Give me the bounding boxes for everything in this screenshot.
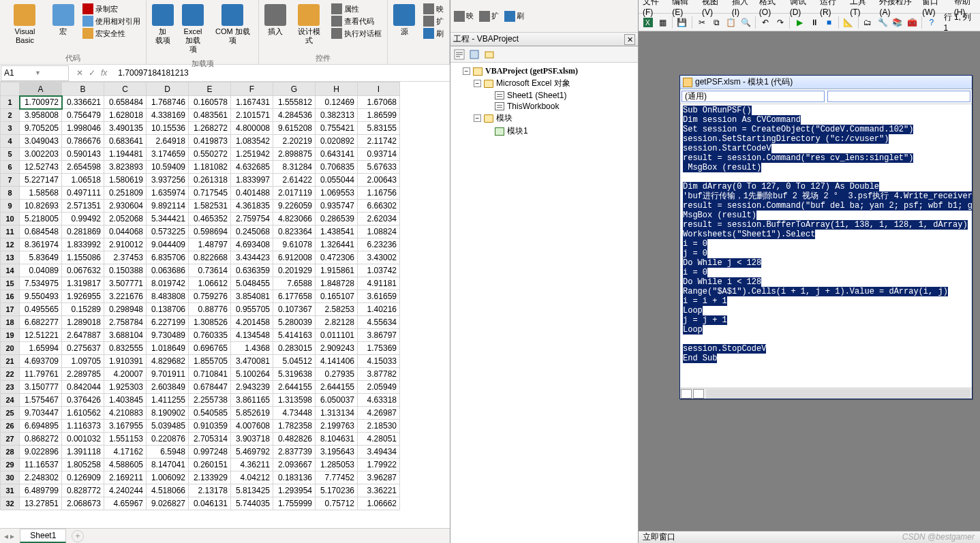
row-header[interactable]: 5 bbox=[1, 148, 20, 161]
cell[interactable]: 2.093667 bbox=[273, 459, 316, 471]
cell[interactable]: 0.93714 bbox=[358, 148, 400, 161]
cell[interactable]: 9.022896 bbox=[20, 446, 62, 459]
cell[interactable]: 7.534975 bbox=[20, 277, 62, 290]
cell[interactable]: 0.832555 bbox=[104, 342, 147, 355]
cell[interactable]: 1.181082 bbox=[189, 161, 231, 174]
collapse-icon[interactable]: − bbox=[474, 80, 481, 87]
cell[interactable]: 5.67633 bbox=[358, 161, 400, 174]
addins-button[interactable]: 加载项 bbox=[148, 1, 178, 48]
cell[interactable]: 6.227199 bbox=[147, 316, 189, 329]
full-module-view-icon[interactable] bbox=[693, 389, 704, 399]
cell[interactable]: 11.79761 bbox=[20, 368, 62, 381]
cell[interactable]: 1.319817 bbox=[62, 277, 104, 290]
cell[interactable]: 1.155086 bbox=[62, 251, 104, 264]
source-button[interactable]: 源 bbox=[389, 1, 419, 39]
row-header[interactable]: 7 bbox=[1, 174, 20, 187]
cell[interactable]: 4.588605 bbox=[104, 459, 147, 471]
cell[interactable]: 1.251942 bbox=[231, 148, 273, 161]
cell[interactable]: 3.96287 bbox=[358, 471, 400, 484]
cell[interactable]: 5.170236 bbox=[316, 484, 358, 497]
cell[interactable]: 0.245068 bbox=[231, 226, 273, 238]
row-header[interactable]: 24 bbox=[1, 394, 20, 407]
column-header[interactable]: B bbox=[62, 82, 104, 96]
cell[interactable]: 0.482826 bbox=[273, 433, 316, 446]
cell[interactable]: 1.116373 bbox=[62, 420, 104, 433]
cell[interactable]: 1.635974 bbox=[147, 187, 189, 200]
save-icon[interactable]: 💾 bbox=[675, 16, 689, 29]
cell[interactable]: 4.65967 bbox=[104, 497, 147, 510]
cell[interactable]: 8.190902 bbox=[147, 407, 189, 420]
paste-icon[interactable]: 📋 bbox=[724, 16, 738, 29]
cell[interactable]: 4.823066 bbox=[273, 213, 316, 226]
cell[interactable]: 0.828772 bbox=[62, 484, 104, 497]
cell[interactable]: 0.220876 bbox=[147, 433, 189, 446]
cell[interactable]: 3.688104 bbox=[104, 329, 147, 342]
cell[interactable]: 2.644155 bbox=[316, 381, 358, 394]
cell[interactable]: 1.855705 bbox=[189, 355, 231, 368]
cell[interactable]: 13.27851 bbox=[20, 497, 62, 510]
cell[interactable]: 6.682277 bbox=[20, 316, 62, 329]
cell[interactable]: 3.507771 bbox=[104, 277, 147, 290]
cell[interactable]: 0.540585 bbox=[189, 407, 231, 420]
cell[interactable]: 0.055044 bbox=[316, 174, 358, 187]
row-header[interactable]: 15 bbox=[1, 277, 20, 290]
expand-button[interactable]: 扩 bbox=[477, 1, 501, 31]
map-props-button[interactable]: 映 bbox=[452, 1, 476, 31]
cell[interactable]: 0.419873 bbox=[189, 135, 231, 148]
cell[interactable]: 1.194481 bbox=[104, 148, 147, 161]
cell[interactable]: 3.167955 bbox=[104, 420, 147, 433]
column-header[interactable]: E bbox=[189, 82, 231, 96]
project-tree[interactable]: −VBAProject (getPSF.xlsm) −Microsoft Exc… bbox=[450, 63, 638, 140]
cell[interactable]: 1.628018 bbox=[104, 109, 147, 122]
cell[interactable]: 9.892114 bbox=[147, 200, 189, 213]
cell[interactable]: 2.052068 bbox=[104, 213, 147, 226]
cell[interactable]: 1.67068 bbox=[358, 96, 400, 109]
macro-security-button[interactable]: 宏安全性 bbox=[81, 27, 142, 40]
use-relative-button[interactable]: 使用相对引用 bbox=[81, 15, 142, 27]
row-header[interactable]: 8 bbox=[1, 187, 20, 200]
cell[interactable]: 2.289785 bbox=[62, 368, 104, 381]
column-header[interactable]: C bbox=[104, 82, 147, 96]
cell[interactable]: 6.912008 bbox=[273, 251, 316, 264]
cell[interactable]: 4.141406 bbox=[316, 355, 358, 368]
view-code-icon[interactable] bbox=[453, 48, 465, 61]
cell[interactable]: 4.361835 bbox=[231, 200, 273, 213]
cell[interactable]: 4.284536 bbox=[273, 109, 316, 122]
cell[interactable]: 2.62034 bbox=[358, 213, 400, 226]
cell[interactable]: 1.582531 bbox=[189, 200, 231, 213]
row-header[interactable]: 20 bbox=[1, 342, 20, 355]
cell[interactable]: 3.43002 bbox=[358, 251, 400, 264]
cell[interactable]: 9.61078 bbox=[273, 238, 316, 251]
cell[interactable]: 1.285053 bbox=[316, 459, 358, 471]
cell[interactable]: 0.497111 bbox=[62, 187, 104, 200]
cell[interactable]: 2.758784 bbox=[104, 316, 147, 329]
row-header[interactable]: 2 bbox=[1, 109, 20, 122]
cell[interactable]: 2.13178 bbox=[189, 484, 231, 497]
cell[interactable]: 9.705205 bbox=[20, 122, 62, 135]
cell[interactable]: 0.376426 bbox=[62, 394, 104, 407]
cell[interactable]: 9.044409 bbox=[147, 238, 189, 251]
refresh-button[interactable]: 刷 bbox=[502, 1, 526, 31]
cell[interactable]: 5.83649 bbox=[20, 251, 62, 264]
row-header[interactable]: 22 bbox=[1, 368, 20, 381]
cell[interactable]: 3.049043 bbox=[20, 135, 62, 148]
cell[interactable]: 0.550272 bbox=[189, 148, 231, 161]
cell[interactable]: 0.107367 bbox=[273, 303, 316, 316]
cell[interactable]: 4.632685 bbox=[231, 161, 273, 174]
cell[interactable]: 3.002203 bbox=[20, 148, 62, 161]
select-all-corner[interactable] bbox=[1, 82, 20, 96]
cell[interactable]: 2.199763 bbox=[316, 420, 358, 433]
cell[interactable]: 9.730489 bbox=[147, 329, 189, 342]
cell[interactable]: 2.644155 bbox=[273, 381, 316, 394]
cell[interactable]: 0.04089 bbox=[20, 264, 62, 277]
cell[interactable]: 0.683641 bbox=[104, 135, 147, 148]
cell[interactable]: 0.935747 bbox=[316, 200, 358, 213]
cell[interactable]: 4.338169 bbox=[147, 109, 189, 122]
collapse-icon[interactable]: − bbox=[463, 67, 470, 75]
enter-icon[interactable]: ✓ bbox=[86, 68, 98, 78]
row-header[interactable]: 29 bbox=[1, 459, 20, 471]
cell[interactable]: 9.703447 bbox=[20, 407, 62, 420]
column-header[interactable]: H bbox=[316, 82, 358, 96]
cell[interactable]: 5.414163 bbox=[273, 329, 316, 342]
cell[interactable]: 3.174659 bbox=[147, 148, 189, 161]
